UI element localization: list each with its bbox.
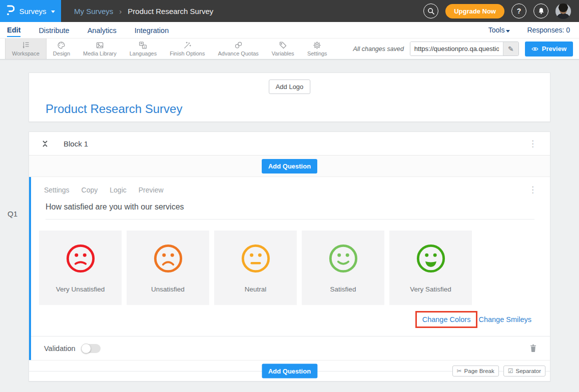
add-question-button-bottom[interactable]: Add Question [262,364,317,378]
separator-button[interactable]: ☑ Separator [503,366,545,376]
smiley-neutral-icon [240,243,271,274]
toolbar-item-advance-quotas[interactable]: Advance Quotas [211,38,265,59]
smiley-options-row: Very Unsatisfied Unsatisfied [39,230,550,305]
toolbar-item-languages[interactable]: A Languages [123,38,163,59]
survey-section-tabs: Edit Distribute Analytics Integration To… [0,22,579,38]
option-unsatisfied[interactable]: Unsatisfied [127,230,209,305]
svg-text:A: A [144,46,146,48]
palette-icon [57,41,66,50]
upgrade-now-button[interactable]: Upgrade Now [445,4,504,18]
question-text-wrap: How satisfied are you with our services [46,202,534,220]
block-title[interactable]: Block 1 [64,140,88,148]
checkbox-checked-icon: ☑ [508,368,513,374]
eye-icon [531,46,538,52]
pencil-icon: ✎ [508,45,514,53]
workspace-icon [22,41,30,50]
translate-icon: A [139,41,147,50]
responses-count[interactable]: Responses: 0 [527,26,570,34]
top-navigation-bar: Surveys My Surveys › Product Research Su… [0,0,579,22]
notifications-button[interactable] [533,4,548,18]
survey-url-input[interactable] [410,42,503,56]
question-text[interactable]: How satisfied are you with our services [46,202,184,211]
breadcrumb: My Surveys › Product Research Survey [74,7,213,16]
breadcrumb-current-survey: Product Research Survey [128,7,213,16]
scissors-icon: ✂ [457,368,462,374]
toolbar-item-variables[interactable]: Variables [265,38,301,59]
smiley-very-satisfied-icon [415,243,446,274]
block-menu-kebab-icon[interactable]: ⋮ [528,140,537,148]
block-header: Block 1 ⋮ [29,132,550,156]
surveys-menu-label: Surveys [19,7,46,16]
question-copy-link[interactable]: Copy [82,186,98,194]
help-button[interactable]: ? [511,4,526,18]
chain-links-icon [234,41,243,50]
tab-integration[interactable]: Integration [135,24,169,36]
add-logo-button[interactable]: Add Logo [269,80,311,94]
image-icon [96,41,104,50]
question-number-label: Q1 [8,210,18,218]
question-card: Settings Copy Logic Preview ⋮ How satisf… [29,177,550,360]
option-neutral[interactable]: Neutral [214,230,297,305]
toggle-knob [81,344,91,354]
toolbar-item-design[interactable]: Design [47,38,77,59]
delete-question-button[interactable] [529,344,537,352]
magic-wand-icon [183,41,192,50]
tag-icon [279,41,287,50]
tools-menu[interactable]: Tools [488,26,510,34]
block-footer: Add Question ✂ Page Break ☑ Separator [29,360,550,381]
toolbar-item-finish-options[interactable]: Finish Options [163,38,211,59]
bell-icon [537,7,545,15]
option-satisfied[interactable]: Satisfied [302,230,384,305]
smiley-unsatisfied-icon [153,243,184,274]
question-menu-kebab-icon[interactable]: ⋮ [528,186,537,194]
add-question-strip-top: Add Question [29,156,550,177]
option-very-unsatisfied[interactable]: Very Unsatisfied [39,230,122,305]
validation-row: Validation [31,336,550,360]
question-mark-icon: ? [517,7,521,15]
toolbar-item-workspace[interactable]: Workspace [5,38,47,59]
breadcrumb-my-surveys[interactable]: My Surveys [74,7,113,16]
option-very-satisfied[interactable]: Very Satisfied [389,230,472,305]
annotation-highlight-box: Change Colors [415,311,478,328]
questionpro-logo-icon [6,4,15,18]
chevron-down-icon [506,30,510,32]
smiley-satisfied-icon [328,243,359,274]
validation-label: Validation [44,344,76,352]
toolbar-item-settings[interactable]: Settings [301,38,334,59]
edit-url-button[interactable]: ✎ [503,42,518,56]
add-question-button-top[interactable]: Add Question [262,159,317,174]
change-smileys-link[interactable]: Change Smileys [478,316,531,324]
trash-icon [529,344,537,352]
gear-icon [313,41,321,50]
chevron-down-icon [51,10,55,13]
user-avatar[interactable] [555,4,571,19]
preview-button[interactable]: Preview [525,42,573,56]
question-settings-link[interactable]: Settings [44,186,70,194]
validation-toggle[interactable] [82,344,101,353]
save-status-text: All changes saved [353,46,403,52]
survey-title[interactable]: Product Research Survey [46,102,182,116]
surveys-product-menu[interactable]: Surveys [0,0,61,22]
collapse-block-icon[interactable] [42,140,48,147]
change-colors-link[interactable]: Change Colors [422,316,471,324]
question-logic-link[interactable]: Logic [110,186,126,194]
tab-distribute[interactable]: Distribute [39,24,69,36]
editor-toolbar: Workspace Design Media Library A Languag… [0,38,579,60]
page-break-button[interactable]: ✂ Page Break [452,366,499,376]
toolbar-item-media-library[interactable]: Media Library [77,38,123,59]
search-button[interactable] [423,4,438,18]
survey-header-card: Add Logo Product Research Survey [29,72,550,122]
tab-edit[interactable]: Edit [7,23,21,37]
smiley-very-unsatisfied-icon [65,243,96,274]
breadcrumb-separator: › [119,7,122,16]
question-preview-link[interactable]: Preview [139,186,164,194]
tab-analytics[interactable]: Analytics [88,24,117,36]
smiley-customize-links: Change Colors Change Smileys [31,311,550,328]
survey-url-group: ✎ [410,42,519,56]
block-card: Block 1 ⋮ Add Question Settings Copy Log… [29,132,550,382]
survey-editor-canvas: Q1 Add Logo Product Research Survey Bloc… [0,60,579,382]
search-icon [427,8,435,15]
question-actions: Settings Copy Logic Preview ⋮ [31,177,550,194]
